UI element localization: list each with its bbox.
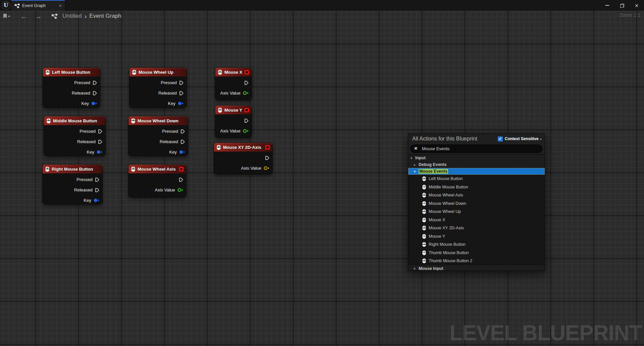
forward-button[interactable]: → [35, 13, 42, 20]
key-pin[interactable] [179, 150, 185, 154]
vector2d-pin[interactable] [264, 166, 270, 170]
float-pin[interactable] [243, 129, 249, 133]
mouse-icon [422, 234, 426, 239]
tree-category-debug-events[interactable]: ▸ Debug Events [408, 161, 545, 168]
exec-pin[interactable] [179, 80, 184, 85]
exec-pin[interactable] [265, 156, 270, 160]
key-pin[interactable] [97, 150, 103, 154]
tree-label: Mouse Input [419, 266, 443, 271]
tree-label: Thumb Mouse Button [429, 250, 469, 255]
node-header[interactable]: Left Mouse Button [43, 68, 100, 76]
mouse-icon [422, 201, 426, 206]
tree-item-mouse-x[interactable]: Mouse X [408, 216, 545, 224]
pin-label: Released [160, 139, 178, 144]
breadcrumb-separator-icon: › [85, 12, 87, 20]
delegate-pin[interactable] [179, 167, 183, 171]
node-mouse-y[interactable]: Mouse Y Axis Value [215, 106, 252, 137]
tree-item-right-mouse-button[interactable]: Right Mouse Button [408, 240, 545, 249]
node-middle-mouse-button[interactable]: Middle Mouse Button Pressed Released Key [44, 116, 105, 156]
tree-category-mouse-events[interactable]: ▾ Mouse Events [408, 168, 545, 175]
node-mouse-wheel-up[interactable]: Mouse Wheel Up Pressed Released Key [129, 68, 186, 108]
node-header[interactable]: Mouse Wheel Axis [128, 165, 186, 173]
node-header[interactable]: Mouse X [215, 68, 252, 76]
node-header[interactable]: Mouse Y [215, 106, 252, 114]
context-sensitive-checkbox[interactable]: ✓ [498, 136, 503, 141]
chevron-right-icon[interactable]: ▸ [540, 137, 542, 141]
tree-label: Middle Mouse Button [429, 185, 468, 189]
delegate-pin[interactable] [265, 145, 270, 150]
chevron-right-icon[interactable]: ▸ [414, 163, 419, 167]
exec-pin[interactable] [93, 91, 97, 96]
node-header[interactable]: Mouse XY 2D-Axis [214, 143, 272, 152]
restore-button[interactable] [614, 0, 629, 11]
exec-pin[interactable] [93, 80, 97, 85]
tab-close-icon[interactable]: × [59, 3, 62, 8]
node-right-mouse-button[interactable]: Right Mouse Button Pressed Released Key [43, 165, 102, 204]
tree-item-thumb-mouse-button-2[interactable]: Thumb Mouse Button 2 [408, 257, 545, 265]
tree-item-middle-mouse-button[interactable]: Middle Mouse Button [408, 183, 545, 191]
node-mouse-wheel-down[interactable]: Mouse Wheel Down Pressed Released Key [128, 116, 188, 156]
chevron-down-icon[interactable]: ▾ [414, 170, 419, 173]
exec-pin[interactable] [244, 80, 249, 85]
node-title: Mouse Y [224, 108, 242, 113]
tree-item-mouse-wheel-down[interactable]: Mouse Wheel Down [408, 199, 545, 208]
close-button[interactable]: × [629, 0, 644, 11]
node-mouse-wheel-axis[interactable]: Mouse Wheel Axis Axis Value [128, 165, 186, 197]
exec-pin[interactable] [179, 177, 183, 182]
tab-event-graph[interactable]: Event Graph × [11, 0, 65, 11]
graph-icon [14, 4, 20, 8]
chevron-right-icon[interactable]: ▸ [414, 267, 419, 270]
exec-pin[interactable] [98, 139, 103, 144]
minimize-button[interactable] [600, 0, 614, 11]
exec-pin[interactable] [180, 129, 185, 134]
key-pin[interactable] [178, 101, 184, 106]
exec-pin[interactable] [98, 129, 103, 134]
float-pin[interactable] [177, 188, 183, 192]
exec-pin[interactable] [95, 188, 100, 192]
node-header[interactable]: Mouse Wheel Down [128, 116, 188, 125]
delegate-pin[interactable] [245, 108, 249, 112]
exec-pin[interactable] [95, 177, 100, 182]
node-mouse-x[interactable]: Mouse X Axis Value [215, 68, 252, 100]
exec-pin[interactable] [179, 91, 184, 96]
back-button[interactable]: ← [20, 13, 28, 20]
node-header[interactable]: Right Mouse Button [43, 165, 102, 173]
tree-item-mouse-y[interactable]: Mouse Y [408, 232, 545, 241]
search-clear-icon[interactable]: × [414, 146, 417, 152]
exec-pin[interactable] [244, 118, 249, 123]
node-title: Mouse Wheel Down [138, 118, 178, 123]
delegate-pin[interactable] [245, 70, 249, 74]
node-header[interactable]: Middle Mouse Button [44, 116, 105, 125]
tree-category-mouse-input[interactable]: ▸ Mouse Input [408, 265, 545, 271]
key-pin[interactable] [91, 101, 97, 106]
tree-item-left-mouse-button[interactable]: Left Mouse Button [408, 175, 545, 183]
tree-item-mouse-wheel-axis[interactable]: Mouse Wheel Axis [408, 191, 545, 199]
key-pin[interactable] [94, 198, 100, 203]
tree-item-thumb-mouse-button[interactable]: Thumb Mouse Button [408, 249, 545, 257]
chevron-down-icon[interactable]: ▾ [411, 156, 415, 160]
actions-tree: ▾ Input ▸ Debug Events ▾ Mouse Events Le… [408, 154, 545, 271]
mouse-icon [422, 176, 426, 181]
tree-label: Input [415, 156, 426, 160]
breadcrumb-root[interactable]: Untitled [62, 13, 82, 19]
exec-pin[interactable] [180, 139, 185, 144]
float-pin[interactable] [243, 91, 249, 95]
search-input[interactable] [410, 145, 543, 153]
node-header[interactable]: Mouse Wheel Up [129, 68, 186, 76]
pin-label: Axis Value [220, 91, 240, 96]
tree-category-input[interactable]: ▾ Input [408, 155, 545, 161]
tree-item-mouse-wheel-up[interactable]: Mouse Wheel Up [408, 208, 545, 216]
node-mouse-xy-2d-axis[interactable]: Mouse XY 2D-Axis Axis Value [214, 143, 272, 174]
node-left-mouse-button[interactable]: Left Mouse Button Pressed Released Key [43, 68, 100, 108]
tree-label: Mouse Wheel Up [429, 209, 461, 214]
tab-title: Event Graph [22, 3, 57, 8]
pin-label: Released [158, 91, 177, 96]
tree-item-mouse-xy-2d-axis[interactable]: Mouse XY 2D-Axis [408, 224, 545, 232]
search-bar: × [410, 145, 543, 153]
pin-label: Key [87, 150, 94, 155]
breadcrumb-current[interactable]: Event Graph [89, 13, 121, 19]
title-bar: U Event Graph × × [0, 0, 644, 11]
bookmarks-button[interactable] [3, 14, 10, 18]
graph-icon [51, 14, 58, 19]
application-window: LEVEL BLUEPRINT U Event Graph × × ← → [0, 0, 644, 346]
